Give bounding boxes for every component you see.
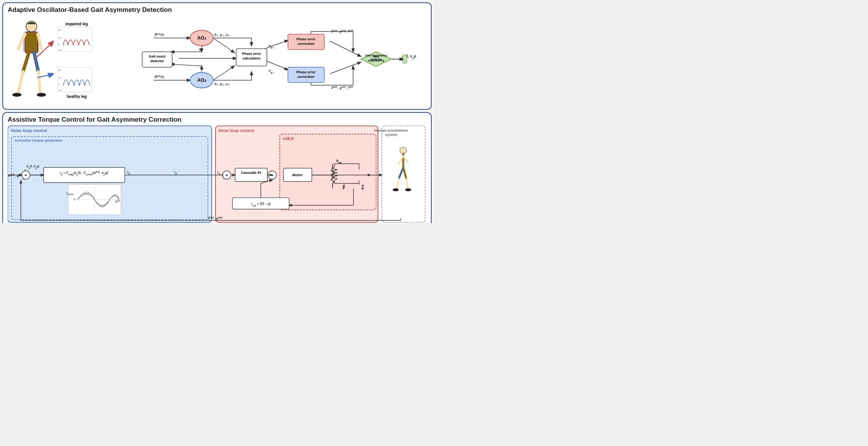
svg-text:Inner-loop control: Inner-loop control — [219, 128, 254, 133]
svg-text:θ₂, φ₂, ω₂: θ₂, φ₂, ω₂ — [214, 82, 230, 86]
svg-rect-91 — [382, 126, 425, 222]
svg-text:+: + — [25, 172, 27, 178]
svg-line-35 — [213, 66, 234, 80]
svg-text:correction: correction — [298, 42, 314, 46]
svg-point-10 — [37, 93, 46, 97]
svg-point-132 — [362, 185, 364, 187]
svg-rect-11 — [58, 27, 92, 52]
healthy-label: healthy leg — [58, 94, 96, 99]
person-area — [8, 18, 58, 102]
svg-line-29 — [265, 40, 288, 49]
signals-area: impaired leg 40 20 0 -20 — [58, 18, 96, 102]
svg-line-26 — [213, 38, 234, 53]
svg-line-4 — [38, 34, 41, 49]
svg-text:eφ₂: eφ₂ — [269, 69, 274, 74]
svg-line-33 — [330, 62, 361, 74]
svg-text:0: 0 — [74, 198, 75, 201]
svg-text:q: q — [361, 186, 363, 190]
svg-point-130 — [343, 185, 345, 187]
svg-text:Gait event: Gait event — [149, 55, 166, 58]
svg-text:Phase error: Phase error — [242, 52, 261, 56]
svg-rect-82 — [403, 55, 407, 63]
flow-diagram: θimpm θhlthm θ₁, φ₁, ω₁ θ₂, φ₂, ω₂ φ₁ φ₂… — [96, 18, 426, 102]
svg-rect-101 — [44, 167, 125, 182]
svg-text:system: system — [385, 133, 397, 137]
svg-text:θ₁, φ₁, ω₁: θ₁, φ₁, ω₁ — [214, 33, 230, 37]
svg-rect-18 — [58, 67, 92, 92]
svg-text:Assistive torque generator: Assistive torque generator — [15, 138, 62, 142]
bottom-content: Outer-loop control Assistive torque gene… — [8, 125, 426, 223]
svg-text:calculation: calculation — [242, 56, 260, 60]
svg-text:φ₁: φ₁ — [199, 47, 203, 51]
svg-text:AO₂: AO₂ — [197, 78, 206, 83]
svg-point-158 — [393, 188, 399, 191]
main-container: Adaptive Oscillator-Based Gait Asymmetry… — [0, 0, 434, 223]
svg-line-32 — [330, 41, 361, 56]
svg-text:θhlthm: θhlthm — [155, 75, 164, 79]
svg-text:Gait asymmetry: Gait asymmetry — [365, 54, 387, 57]
svg-text:θimpm: θimpm — [155, 33, 164, 37]
svg-text:detector: detector — [150, 59, 164, 63]
svg-text:Cascade PI: Cascade PI — [241, 170, 261, 175]
svg-text:Phase error: Phase error — [296, 37, 316, 41]
svg-point-150 — [400, 147, 407, 154]
svg-line-8 — [38, 72, 40, 93]
svg-text:20: 20 — [58, 36, 61, 39]
flow-area: θimpm θhlthm θ₁, φ₁, ω₁ θ₂, φ₂, ω₂ φ₁ φ₂… — [96, 18, 426, 102]
svg-text:40: 40 — [58, 29, 61, 31]
svg-text:−: − — [22, 177, 24, 182]
bottom-panel-title: Assistive Torque Control for Gait Asymme… — [8, 116, 426, 124]
svg-text:analysis: analysis — [370, 58, 382, 61]
svg-line-42 — [171, 64, 202, 66]
svg-text:θ: θ — [342, 186, 345, 190]
svg-text:eφ₁: eφ₁ — [269, 44, 274, 49]
svg-text:correction: correction — [298, 75, 314, 79]
svg-point-159 — [405, 188, 411, 191]
bottom-flow-diagram: Outer-loop control Assistive torque gene… — [8, 125, 426, 223]
svg-text:θimp, φimp, fimp: θimp, φimp, fimp — [331, 29, 353, 34]
top-panel-title: Adaptive Oscillator-Based Gait Asymmetry… — [8, 6, 426, 14]
svg-text:Human-exoskeleton: Human-exoskeleton — [374, 129, 408, 132]
svg-text:Motor: Motor — [292, 173, 303, 177]
svg-line-5 — [23, 53, 29, 72]
svg-text:−: − — [223, 177, 225, 181]
svg-line-30 — [265, 60, 288, 70]
top-content: impaired leg 40 20 0 -20 — [8, 16, 426, 104]
svg-text:Phase error: Phase error — [296, 70, 316, 74]
impaired-signal-chart: 40 20 0 -20 — [58, 27, 92, 52]
svg-text:Outer-loop control: Outer-loop control — [11, 128, 47, 133]
person-figure — [8, 18, 54, 102]
svg-text:nSEA: nSEA — [283, 136, 294, 141]
svg-text:+: + — [225, 172, 228, 178]
bottom-panel: Assistive Torque Control for Gait Asymme… — [2, 112, 432, 223]
healthy-signal-chart: 40 20 0 -20 — [58, 67, 92, 92]
svg-text:40: 40 — [58, 69, 61, 71]
svg-text:-20: -20 — [58, 49, 62, 51]
svg-line-6 — [18, 72, 23, 93]
impaired-label: impaired leg — [58, 22, 96, 26]
svg-rect-1 — [25, 32, 38, 53]
top-panel: Adaptive Oscillator-Based Gait Asymmetry… — [2, 2, 432, 110]
svg-text:+: + — [24, 168, 26, 172]
svg-text:20: 20 — [58, 77, 61, 79]
svg-text:AO₁: AO₁ — [197, 35, 206, 41]
svg-text:θhlth, φhlth, fhlth: θhlth, φhlth, fhlth — [331, 86, 353, 90]
svg-point-9 — [12, 93, 21, 97]
svg-text:-20: -20 — [58, 89, 62, 91]
